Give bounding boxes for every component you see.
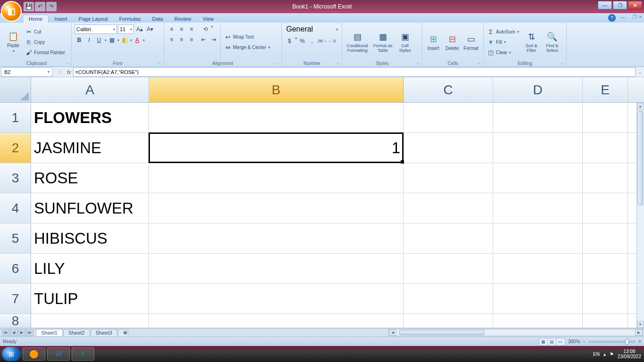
row-header-2[interactable]: 2 xyxy=(0,133,31,163)
vscroll-thumb[interactable] xyxy=(637,111,643,205)
underline-dropdown-icon[interactable]: ▾ xyxy=(105,38,107,42)
sheet-tab-2[interactable]: Sheet2 xyxy=(63,329,90,336)
autosum-dropdown-icon[interactable]: ▾ xyxy=(517,30,519,34)
bold-button[interactable]: B xyxy=(74,35,84,45)
find-select-button[interactable]: 🔍Find & Select xyxy=(542,24,562,60)
cell-B6[interactable] xyxy=(149,254,404,283)
tab-data[interactable]: Data xyxy=(146,15,168,23)
start-button[interactable]: ⊞ xyxy=(2,347,21,361)
cell-C8[interactable] xyxy=(404,314,493,328)
zoom-in-button[interactable]: + xyxy=(638,339,641,344)
cell-styles-button[interactable]: ▣Cell Styles xyxy=(395,24,415,60)
scroll-down-icon[interactable]: ▼ xyxy=(637,321,644,328)
new-sheet-button[interactable]: ✻ xyxy=(118,329,128,337)
page-layout-view-button[interactable]: ▤ xyxy=(548,338,556,345)
paste-button[interactable]: 📋 Paste ▾ xyxy=(4,24,23,60)
merge-center-button[interactable]: ⇔Merge & Center▾ xyxy=(223,42,272,52)
cell-D1[interactable] xyxy=(493,103,583,132)
orientation-button[interactable]: ⟲ xyxy=(201,25,210,34)
format-painter-button[interactable]: 🖌Format Painter xyxy=(24,48,66,57)
tab-review[interactable]: Review xyxy=(169,15,197,23)
help-icon[interactable]: ? xyxy=(608,14,616,22)
hscroll-thumb[interactable] xyxy=(399,330,484,335)
col-header-B[interactable]: B xyxy=(149,77,404,102)
align-right-button[interactable]: ≡ xyxy=(187,35,196,44)
tab-view[interactable]: View xyxy=(197,15,220,23)
align-middle-button[interactable]: ≡ xyxy=(177,25,186,34)
wrap-text-button[interactable]: ↩Wrap Text xyxy=(223,32,272,41)
cancel-formula-button[interactable]: ⦿ xyxy=(56,68,64,76)
qat-save-button[interactable]: 💾 xyxy=(24,2,34,11)
fontcolor-dropdown-icon[interactable]: ▾ xyxy=(143,38,145,42)
name-box-dropdown-icon[interactable]: ▾ xyxy=(48,70,50,74)
tab-formulas[interactable]: Formulas xyxy=(114,15,147,23)
align-top-button[interactable]: ≡ xyxy=(167,25,176,34)
tray-flag-icon[interactable]: ⚑ xyxy=(610,352,614,357)
minimize-ribbon-icon[interactable]: — xyxy=(620,15,625,20)
cell-D6[interactable] xyxy=(493,254,583,283)
row-header-5[interactable]: 5 xyxy=(0,223,31,254)
accounting-format-button[interactable]: $ xyxy=(285,36,294,46)
cell-B2[interactable]: 1 xyxy=(149,133,404,163)
row-header-7[interactable]: 7 xyxy=(0,284,31,314)
decrease-decimal-button[interactable]: ←.0 xyxy=(327,36,337,46)
taskbar-item-browser[interactable]: 🟠 xyxy=(23,347,45,361)
align-center-button[interactable]: ≡ xyxy=(177,35,186,44)
cell-E1[interactable] xyxy=(583,103,628,132)
cell-E7[interactable] xyxy=(583,284,628,313)
clear-button[interactable]: ◫Clear▾ xyxy=(486,48,520,57)
border-button[interactable]: ▦ xyxy=(107,35,116,45)
taskbar-item-word[interactable]: W xyxy=(47,347,70,361)
border-dropdown-icon[interactable]: ▾ xyxy=(117,38,119,42)
cell-C3[interactable] xyxy=(404,163,493,193)
sheet-nav-prev[interactable]: ◀ xyxy=(10,329,17,336)
close-button[interactable]: ✕ xyxy=(628,1,642,9)
select-all-corner[interactable] xyxy=(0,77,31,102)
wb-close-icon[interactable]: ✕ xyxy=(638,14,642,19)
zoom-level[interactable]: 300% xyxy=(568,339,580,344)
clear-dropdown-icon[interactable]: ▾ xyxy=(509,50,511,55)
merge-dropdown-icon[interactable]: ▾ xyxy=(268,45,270,49)
row-header-1[interactable]: 1 xyxy=(0,103,31,133)
qat-redo-button[interactable]: ↷ xyxy=(46,2,57,11)
cut-button[interactable]: ✂Cut xyxy=(24,27,66,36)
fill-dropdown-icon2[interactable]: ▾ xyxy=(504,40,506,44)
formula-input[interactable]: =COUNTIF(A2:A7,"ROSE") xyxy=(73,67,636,77)
cell-D4[interactable] xyxy=(493,193,583,223)
cell-B4[interactable] xyxy=(149,193,404,223)
cell-D7[interactable] xyxy=(493,284,583,313)
col-header-C[interactable]: C xyxy=(404,77,493,102)
cell-C2[interactable] xyxy=(404,133,493,163)
language-indicator[interactable]: EN xyxy=(593,352,600,357)
sheet-tab-1[interactable]: Sheet1 xyxy=(36,329,63,336)
format-cells-button[interactable]: ▭Format xyxy=(462,24,480,60)
cell-E4[interactable] xyxy=(583,193,628,223)
sheet-nav-next[interactable]: ▶ xyxy=(18,329,25,336)
cell-A2[interactable]: JASMINE xyxy=(31,133,149,163)
decrease-indent-button[interactable]: ⇤ xyxy=(199,35,208,44)
increase-decimal-button[interactable]: .00→ xyxy=(317,36,327,46)
comma-style-button[interactable]: , xyxy=(307,36,317,46)
sort-filter-button[interactable]: ⇅Sort & Filter xyxy=(521,24,541,60)
cell-E3[interactable] xyxy=(583,163,628,193)
sheet-tab-3[interactable]: Sheet3 xyxy=(91,329,117,336)
font-size-select[interactable]: 11▾ xyxy=(118,25,134,34)
cell-A6[interactable]: LILY xyxy=(31,254,149,283)
increase-font-button[interactable]: A▴ xyxy=(135,25,144,34)
cell-B7[interactable] xyxy=(149,284,404,313)
increase-indent-button[interactable]: ⇥ xyxy=(209,35,218,44)
row-header-4[interactable]: 4 xyxy=(0,193,31,223)
cell-B1[interactable] xyxy=(149,103,404,132)
copy-button[interactable]: ⎘Copy xyxy=(24,37,66,47)
taskbar-clock[interactable]: 13:08 23/09/2022 xyxy=(618,349,641,359)
col-header-E[interactable]: E xyxy=(583,77,628,102)
col-header-A[interactable]: A xyxy=(31,77,149,102)
qat-customize-icon[interactable]: ▾ xyxy=(58,5,60,9)
row-header-8[interactable]: 8 xyxy=(0,314,31,328)
cell-E5[interactable] xyxy=(583,223,628,253)
cell-C5[interactable] xyxy=(404,223,493,253)
cell-A1[interactable]: FLOWERS xyxy=(31,103,149,132)
font-color-button[interactable]: A xyxy=(132,35,142,45)
cell-A5[interactable]: HIBISCUS xyxy=(31,223,149,253)
qat-undo-button[interactable]: ↶ xyxy=(35,2,45,11)
